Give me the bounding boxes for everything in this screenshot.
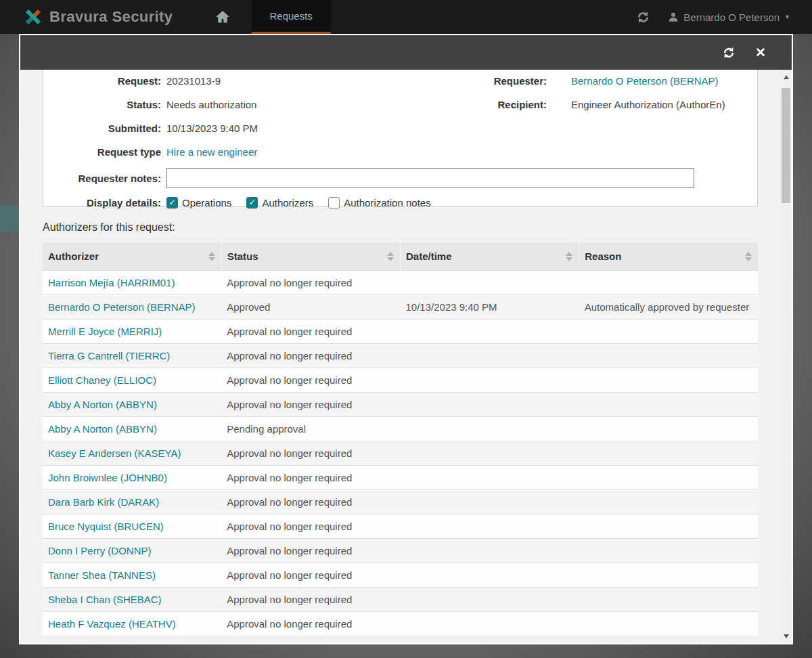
authorizer-link[interactable]: John Broiwnlee (JOHNB0) [48, 472, 167, 483]
user-menu[interactable]: Bernardo O Peterson ▼ [668, 12, 790, 23]
row-reason [579, 441, 758, 466]
row-datetime [401, 539, 579, 563]
row-status: Approval no longer required [221, 588, 400, 612]
recipient-value: Engineer Authorization (AuthorEn) [571, 99, 725, 110]
display-checkbox[interactable]: ✓ Authorization notes [328, 197, 430, 209]
row-reason [579, 320, 758, 344]
requester-link[interactable]: Bernardo O Peterson (BERNAP) [571, 75, 719, 87]
authorizer-row: Bruce Nyquist (BRUCEN) Approval no longe… [43, 514, 758, 539]
scrollbar-up-arrow[interactable] [780, 71, 792, 83]
column-header-authorizer[interactable]: Authorizer [43, 242, 221, 271]
row-status: Approval no longer required [221, 368, 400, 393]
triangle-up-icon [784, 75, 789, 79]
authorizer-link[interactable]: Abby A Norton (ABBYN) [48, 423, 157, 435]
row-reason [579, 417, 758, 441]
navbar-refresh-button[interactable] [636, 10, 650, 24]
column-header-reason[interactable]: Reason [579, 242, 758, 271]
authorizer-link[interactable]: Bernardo O Peterson (BERNAP) [48, 301, 196, 313]
row-reason [579, 344, 758, 368]
scrollbar-thumb[interactable] [782, 88, 790, 203]
requester-notes-input[interactable] [166, 168, 694, 188]
bravura-logo-icon [23, 7, 43, 27]
sort-icon [208, 252, 215, 261]
column-label: Date/time [406, 250, 452, 262]
modal-body: Request: 20231013-9 Requester: Bernardo … [20, 70, 792, 643]
column-label: Status [227, 250, 258, 262]
refresh-icon [722, 46, 736, 60]
row-status: Approval no longer required [221, 466, 400, 490]
authorizer-row: Merrill E Joyce (MERRIJ) Approval no lon… [43, 320, 758, 344]
row-datetime [401, 417, 579, 441]
authorizers-title: Authorizers for this request: [43, 221, 175, 234]
authorizer-link[interactable]: Abby A Norton (ABBYN) [48, 399, 157, 410]
status-field: Status: Needs authorization Recipient: E… [43, 97, 757, 112]
display-details-options: ✓ Operations ✓ Authorizers ✓ Authorizati… [166, 197, 431, 209]
tab-requests[interactable]: Requests [252, 0, 331, 34]
authorizer-row: John Broiwnlee (JOHNB0) Approval no long… [43, 466, 758, 490]
checkbox-label: Operations [182, 197, 231, 209]
authorizer-row: Tierra G Cantrell (TIERRC) Approval no l… [43, 344, 758, 368]
row-datetime [401, 320, 579, 344]
authorizers-table: Authorizer Status Date/time Reason [43, 242, 758, 636]
display-checkbox[interactable]: ✓ Authorizers [246, 197, 313, 209]
row-datetime [401, 588, 579, 612]
checkbox-label: Authorizers [262, 197, 313, 209]
authorizer-link[interactable]: Dara Barb Kirk (DARAK) [48, 496, 159, 508]
submitted-label: Submitted: [43, 123, 166, 134]
sort-icon [387, 252, 394, 261]
scrollbar-down-arrow[interactable] [780, 630, 792, 642]
column-label: Authorizer [48, 250, 99, 262]
display-checkbox[interactable]: ✓ Operations [166, 197, 231, 209]
authorizer-link[interactable]: Sheba I Chan (SHEBAC) [48, 594, 162, 605]
authorizer-link[interactable]: Bruce Nyquist (BRUCEN) [48, 521, 164, 532]
row-datetime [401, 368, 579, 393]
authorizer-link[interactable]: Merrill E Joyce (MERRIJ) [48, 326, 162, 337]
authorizer-row: Elliott Chaney (ELLIOC) Approval no long… [43, 368, 758, 393]
authorizer-row: Abby A Norton (ABBYN) Pending approval [43, 417, 758, 441]
request-type-link[interactable]: Hire a new engineer [166, 146, 257, 158]
requester-notes-label: Requester notes: [43, 173, 166, 184]
row-reason [579, 466, 758, 490]
requester-notes-field: Requester notes: [43, 168, 757, 188]
authorizer-link[interactable]: Tanner Shea (TANNES) [48, 569, 156, 581]
row-datetime [401, 466, 579, 490]
sort-icon [745, 252, 752, 261]
caret-down-icon: ▼ [784, 14, 790, 20]
close-icon: ✕ [755, 45, 766, 60]
authorizer-row: Sheba I Chan (SHEBAC) Approval no longer… [43, 588, 758, 612]
row-status: Approved [221, 295, 400, 320]
modal-refresh-button[interactable] [722, 46, 736, 60]
row-datetime [401, 393, 579, 417]
home-icon [214, 9, 231, 25]
background-selected-row-strip [0, 205, 19, 232]
modal-scrollbar[interactable] [780, 70, 792, 643]
column-header-status[interactable]: Status [221, 242, 400, 271]
row-datetime [401, 612, 579, 636]
authorizer-link[interactable]: Donn I Perry (DONNP) [48, 545, 152, 556]
row-status: Approval no longer required [221, 490, 400, 514]
sort-icon [566, 252, 572, 261]
brand: Bravura Security [23, 0, 173, 34]
row-status: Approval no longer required [221, 514, 400, 539]
row-datetime [401, 441, 579, 466]
authorizer-link[interactable]: Tierra G Cantrell (TIERRC) [48, 350, 170, 361]
display-details-label: Display details: [43, 197, 166, 209]
authorizer-link[interactable]: Kasey E Andersen (KASEYA) [48, 447, 181, 459]
modal-close-button[interactable]: ✕ [755, 45, 766, 60]
row-status: Pending approval [221, 417, 400, 441]
row-reason [579, 514, 758, 539]
home-button[interactable] [206, 0, 240, 34]
row-status: Approval no longer required [221, 271, 400, 295]
row-status: Approval no longer required [221, 539, 400, 563]
column-header-datetime[interactable]: Date/time [401, 242, 579, 271]
column-label: Reason [585, 250, 621, 262]
row-status: Approval no longer required [221, 563, 400, 588]
authorizer-row: Abby A Norton (ABBYN) Approval no longer… [43, 393, 758, 417]
brand-name: Bravura Security [49, 8, 173, 26]
row-status: Approval no longer required [221, 344, 400, 368]
authorizer-link[interactable]: Elliott Chaney (ELLIOC) [48, 374, 156, 386]
authorizer-link[interactable]: Heath F Vazquez (HEATHV) [48, 618, 176, 630]
row-reason [579, 271, 758, 295]
modal-header: ✕ [20, 35, 792, 70]
authorizer-link[interactable]: Harrison Mejía (HARRIM01) [48, 277, 175, 288]
